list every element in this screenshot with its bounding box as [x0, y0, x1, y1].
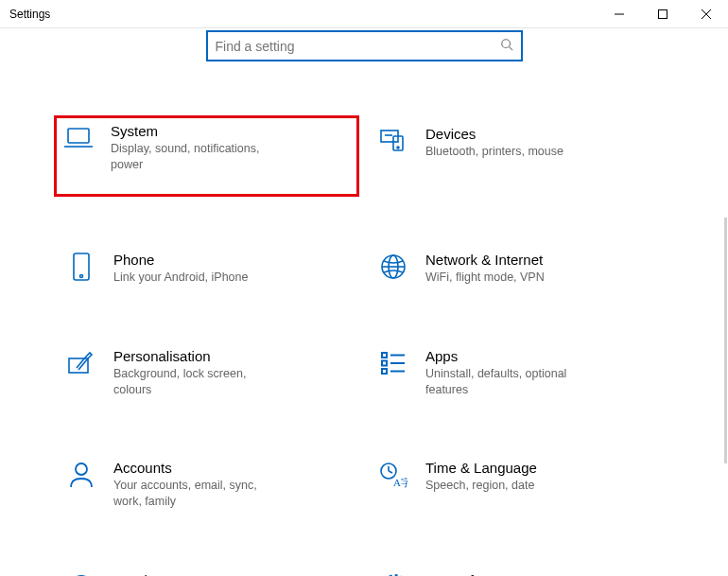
svg-rect-20 — [382, 360, 387, 365]
tile-desc: Bluetooth, printers, mouse — [425, 144, 596, 160]
tile-ease-of-access[interactable]: Ease of Access Narrator, magnifier, high… — [369, 565, 671, 576]
search-input[interactable] — [216, 39, 500, 54]
search-box[interactable] — [206, 30, 523, 61]
xbox-icon — [66, 572, 96, 576]
tile-desc: WiFi, flight mode, VPN — [425, 270, 596, 286]
person-icon — [66, 460, 96, 490]
devices-icon — [378, 126, 408, 156]
titlebar: Settings — [0, 0, 728, 28]
tile-desc: Display, sound, notifications, power — [111, 141, 281, 173]
time-language-icon: A字 — [378, 460, 408, 490]
svg-line-5 — [509, 47, 512, 51]
tile-title: Gaming — [113, 572, 284, 576]
tile-title: Time & Language — [425, 460, 596, 476]
svg-point-24 — [76, 463, 87, 475]
tile-desc: Your accounts, email, sync, work, family — [113, 478, 284, 510]
svg-text:A字: A字 — [393, 477, 407, 488]
svg-point-13 — [80, 274, 83, 277]
paint-icon — [66, 348, 96, 378]
maximize-button[interactable] — [641, 0, 685, 28]
svg-rect-12 — [74, 253, 89, 280]
search-container — [0, 28, 728, 80]
tile-desc: Background, lock screen, colours — [113, 366, 284, 398]
svg-point-4 — [501, 40, 510, 48]
window-controls — [598, 0, 728, 28]
tile-title: Ease of Access — [425, 572, 596, 576]
tile-title: Personalisation — [113, 348, 284, 364]
search-icon — [500, 38, 513, 54]
svg-rect-18 — [382, 353, 387, 358]
tile-personalisation[interactable]: Personalisation Background, lock screen,… — [57, 340, 359, 406]
apps-list-icon — [378, 348, 408, 378]
tile-title: Accounts — [113, 460, 284, 476]
globe-icon — [378, 252, 408, 282]
phone-icon — [66, 252, 96, 282]
laptop-icon — [63, 123, 94, 153]
scrollbar[interactable] — [724, 218, 727, 463]
tile-title: System — [111, 123, 281, 139]
svg-point-10 — [397, 147, 399, 148]
svg-line-27 — [389, 471, 392, 473]
tile-apps[interactable]: Apps Uninstall, defaults, optional featu… — [369, 340, 671, 406]
close-button[interactable] — [685, 0, 728, 28]
svg-rect-6 — [68, 129, 89, 143]
tile-gaming[interactable]: Gaming Xbox Game Bar, captures, Game Mod… — [57, 565, 359, 576]
minimize-button[interactable] — [598, 0, 641, 28]
tile-accounts[interactable]: Accounts Your accounts, email, sync, wor… — [57, 452, 359, 517]
tile-desc: Uninstall, defaults, optional features — [425, 366, 596, 398]
svg-rect-1 — [659, 10, 667, 19]
settings-grid: System Display, sound, notifications, po… — [0, 80, 728, 576]
tile-title: Network & Internet — [425, 252, 596, 268]
tile-devices[interactable]: Devices Bluetooth, printers, mouse — [369, 118, 671, 197]
tile-network[interactable]: Network & Internet WiFi, flight mode, VP… — [369, 244, 671, 293]
tile-phone[interactable]: Phone Link your Android, iPhone — [57, 244, 359, 293]
tile-desc: Speech, region, date — [425, 478, 596, 494]
ease-of-access-icon — [378, 572, 408, 576]
window-title: Settings — [9, 8, 50, 21]
svg-rect-22 — [382, 369, 387, 374]
tile-title: Phone — [113, 252, 284, 268]
tile-desc: Link your Android, iPhone — [113, 270, 284, 286]
tile-system[interactable]: System Display, sound, notifications, po… — [54, 115, 359, 197]
tile-title: Devices — [425, 126, 596, 142]
tile-time-language[interactable]: A字 Time & Language Speech, region, date — [369, 452, 671, 517]
tile-title: Apps — [425, 348, 596, 364]
